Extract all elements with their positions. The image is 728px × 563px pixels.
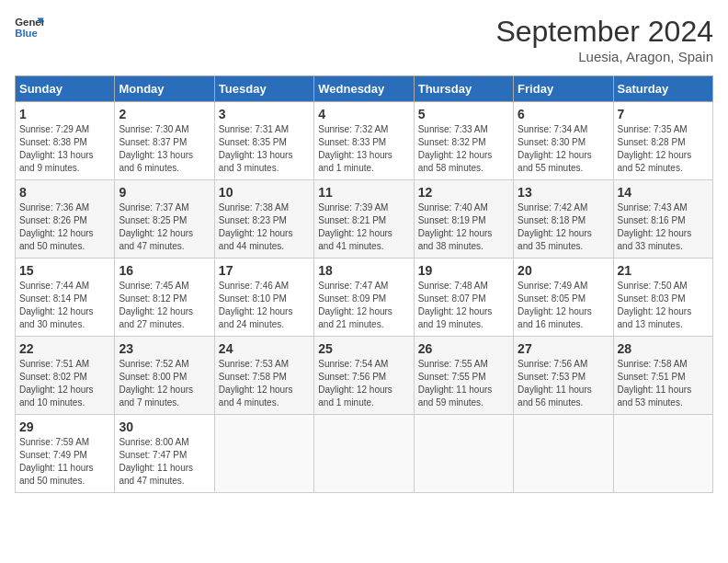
day-number: 16 [119,263,210,278]
day-number: 6 [518,107,609,121]
calendar-cell: 8Sunrise: 7:36 AMSunset: 8:26 PMDaylight… [16,180,115,259]
col-header-tuesday: Tuesday [214,76,313,102]
day-info: Sunrise: 7:37 AMSunset: 8:25 PMDaylight:… [119,201,210,253]
calendar-row-3: 15Sunrise: 7:44 AMSunset: 8:14 PMDayligh… [16,259,713,337]
header-row: SundayMondayTuesdayWednesdayThursdayFrid… [16,76,713,102]
day-info: Sunrise: 7:51 AMSunset: 8:02 PMDaylight:… [19,358,110,409]
day-number: 22 [19,341,110,356]
day-info: Sunrise: 7:48 AMSunset: 8:07 PMDaylight:… [418,280,509,331]
day-info: Sunrise: 7:44 AMSunset: 8:14 PMDaylight:… [19,280,110,331]
day-info: Sunrise: 8:00 AMSunset: 7:47 PMDaylight:… [119,436,210,488]
calendar-row-2: 8Sunrise: 7:36 AMSunset: 8:26 PMDaylight… [16,180,713,259]
day-number: 24 [219,341,310,356]
calendar-row-4: 22Sunrise: 7:51 AMSunset: 8:02 PMDayligh… [16,337,713,415]
day-number: 18 [318,263,409,278]
title-block: September 2024 Luesia, Aragon, Spain [495,15,713,64]
day-info: Sunrise: 7:39 AMSunset: 8:21 PMDaylight:… [318,201,409,253]
calendar-cell: 28Sunrise: 7:58 AMSunset: 7:51 PMDayligh… [613,337,712,415]
day-number: 19 [418,263,509,278]
day-number: 13 [518,185,609,200]
day-info: Sunrise: 7:54 AMSunset: 7:56 PMDaylight:… [318,358,409,409]
calendar-cell: 21Sunrise: 7:50 AMSunset: 8:03 PMDayligh… [613,259,712,337]
calendar-cell: 25Sunrise: 7:54 AMSunset: 7:56 PMDayligh… [314,337,414,415]
calendar-cell: 27Sunrise: 7:56 AMSunset: 7:53 PMDayligh… [514,337,613,415]
calendar-cell: 9Sunrise: 7:37 AMSunset: 8:25 PMDaylight… [115,180,214,259]
day-info: Sunrise: 7:59 AMSunset: 7:49 PMDaylight:… [19,436,110,488]
calendar-cell: 1Sunrise: 7:29 AMSunset: 8:38 PMDaylight… [16,102,115,180]
calendar-cell: 19Sunrise: 7:48 AMSunset: 8:07 PMDayligh… [414,259,513,337]
day-number: 4 [318,107,409,121]
day-info: Sunrise: 7:40 AMSunset: 8:19 PMDaylight:… [418,201,509,253]
col-header-saturday: Saturday [613,76,712,102]
col-header-sunday: Sunday [16,76,115,102]
calendar-cell: 7Sunrise: 7:35 AMSunset: 8:28 PMDaylight… [613,102,712,180]
day-number: 2 [119,107,210,121]
day-number: 7 [618,107,709,121]
logo-icon: General Blue [15,15,44,40]
day-info: Sunrise: 7:34 AMSunset: 8:30 PMDaylight:… [518,123,609,175]
svg-text:Blue: Blue [15,28,38,39]
day-info: Sunrise: 7:36 AMSunset: 8:26 PMDaylight:… [19,201,110,253]
day-number: 29 [19,419,110,434]
calendar-cell: 17Sunrise: 7:46 AMSunset: 8:10 PMDayligh… [214,259,313,337]
day-info: Sunrise: 7:42 AMSunset: 8:18 PMDaylight:… [518,201,609,253]
calendar-cell: 16Sunrise: 7:45 AMSunset: 8:12 PMDayligh… [115,259,214,337]
day-info: Sunrise: 7:56 AMSunset: 7:53 PMDaylight:… [518,358,609,409]
calendar-cell [314,415,414,493]
calendar-cell: 11Sunrise: 7:39 AMSunset: 8:21 PMDayligh… [314,180,414,259]
day-number: 11 [318,185,409,200]
day-number: 3 [219,107,310,121]
day-number: 23 [119,341,210,356]
calendar-row-1: 1Sunrise: 7:29 AMSunset: 8:38 PMDaylight… [16,102,713,180]
day-number: 26 [418,341,509,356]
calendar-cell [514,415,613,493]
day-number: 1 [19,107,110,121]
day-info: Sunrise: 7:29 AMSunset: 8:38 PMDaylight:… [19,123,110,175]
calendar-cell: 24Sunrise: 7:53 AMSunset: 7:58 PMDayligh… [214,337,313,415]
day-number: 28 [618,341,709,356]
day-info: Sunrise: 7:53 AMSunset: 7:58 PMDaylight:… [219,358,310,409]
day-info: Sunrise: 7:32 AMSunset: 8:33 PMDaylight:… [318,123,409,175]
day-info: Sunrise: 7:30 AMSunset: 8:37 PMDaylight:… [119,123,210,175]
day-info: Sunrise: 7:45 AMSunset: 8:12 PMDaylight:… [119,280,210,331]
day-info: Sunrise: 7:58 AMSunset: 7:51 PMDaylight:… [618,358,709,409]
day-number: 20 [518,263,609,278]
day-number: 30 [119,419,210,434]
calendar-cell: 15Sunrise: 7:44 AMSunset: 8:14 PMDayligh… [16,259,115,337]
logo: General Blue [15,15,44,40]
calendar-cell: 12Sunrise: 7:40 AMSunset: 8:19 PMDayligh… [414,180,513,259]
day-info: Sunrise: 7:43 AMSunset: 8:16 PMDaylight:… [618,201,709,253]
col-header-wednesday: Wednesday [314,76,414,102]
day-number: 27 [518,341,609,356]
day-number: 21 [618,263,709,278]
calendar-cell: 30Sunrise: 8:00 AMSunset: 7:47 PMDayligh… [115,415,214,493]
calendar-cell: 18Sunrise: 7:47 AMSunset: 8:09 PMDayligh… [314,259,414,337]
day-number: 10 [219,185,310,200]
day-info: Sunrise: 7:50 AMSunset: 8:03 PMDaylight:… [618,280,709,331]
calendar-cell: 4Sunrise: 7:32 AMSunset: 8:33 PMDaylight… [314,102,414,180]
calendar-cell: 26Sunrise: 7:55 AMSunset: 7:55 PMDayligh… [414,337,513,415]
day-info: Sunrise: 7:47 AMSunset: 8:09 PMDaylight:… [318,280,409,331]
day-info: Sunrise: 7:49 AMSunset: 8:05 PMDaylight:… [518,280,609,331]
day-info: Sunrise: 7:33 AMSunset: 8:32 PMDaylight:… [418,123,509,175]
location: Luesia, Aragon, Spain [495,49,713,64]
day-number: 17 [219,263,310,278]
page-header: General Blue September 2024 Luesia, Arag… [15,15,713,64]
calendar-cell: 2Sunrise: 7:30 AMSunset: 8:37 PMDaylight… [115,102,214,180]
day-number: 25 [318,341,409,356]
day-info: Sunrise: 7:46 AMSunset: 8:10 PMDaylight:… [219,280,310,331]
calendar-cell: 22Sunrise: 7:51 AMSunset: 8:02 PMDayligh… [16,337,115,415]
calendar-cell [613,415,712,493]
month-title: September 2024 [495,15,713,49]
calendar-cell: 3Sunrise: 7:31 AMSunset: 8:35 PMDaylight… [214,102,313,180]
calendar-cell: 20Sunrise: 7:49 AMSunset: 8:05 PMDayligh… [514,259,613,337]
day-number: 15 [19,263,110,278]
calendar-cell: 10Sunrise: 7:38 AMSunset: 8:23 PMDayligh… [214,180,313,259]
day-info: Sunrise: 7:52 AMSunset: 8:00 PMDaylight:… [119,358,210,409]
calendar-cell: 23Sunrise: 7:52 AMSunset: 8:00 PMDayligh… [115,337,214,415]
day-info: Sunrise: 7:35 AMSunset: 8:28 PMDaylight:… [618,123,709,175]
calendar-cell: 13Sunrise: 7:42 AMSunset: 8:18 PMDayligh… [514,180,613,259]
day-info: Sunrise: 7:31 AMSunset: 8:35 PMDaylight:… [219,123,310,175]
calendar-cell: 14Sunrise: 7:43 AMSunset: 8:16 PMDayligh… [613,180,712,259]
calendar-cell: 29Sunrise: 7:59 AMSunset: 7:49 PMDayligh… [16,415,115,493]
